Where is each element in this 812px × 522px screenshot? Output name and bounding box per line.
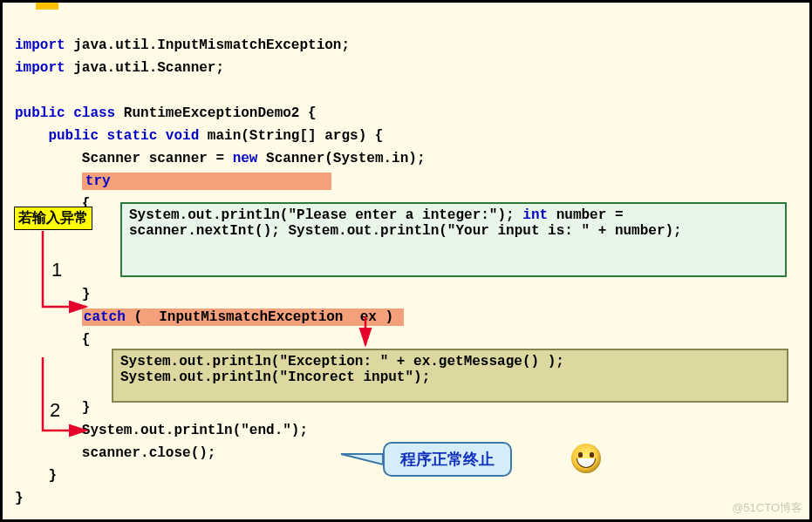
brace2o: { [15,332,90,348]
txt-mainrest: main(String[] args) { [199,128,383,144]
kw-import: import [15,60,65,76]
kw-try: try [82,173,331,190]
brace-class: } [15,491,24,506]
kw-maindecl: public static void [15,128,199,144]
kw-new: new [233,151,258,166]
txt-closeline: scanner.close(); [15,445,215,461]
kw-int: int [522,207,548,223]
txt-scanner-pre: Scanner scanner = [15,151,233,166]
top-strip [36,1,58,10]
txt-catch-rest: ( InputMismatchException ex ) [126,309,402,325]
smiley-icon [571,444,601,473]
try-body-box: System.out.println("Please enter a integ… [120,202,787,277]
brace1c: } [15,287,90,302]
callout-normal-exit: 程序正常终止 [383,442,512,477]
txt-classname: RuntimeExceptionDemo2 { [115,105,316,121]
kw-classdecl: public class [15,105,115,121]
txt-scanner-post: Scanner(System.in); [257,151,425,166]
indent-try [15,173,82,189]
catch-line1: System.out.println("Exception: " + ex.ge… [120,354,564,369]
indent-catch [15,309,82,325]
step-number-1: 1 [51,259,62,281]
tag-input-exception: 若输入异常 [14,207,92,230]
brace-main: } [15,468,57,484]
txt-import1: java.util.InputMismatchException; [65,37,350,53]
catch-body-box: System.out.println("Exception: " + ex.ge… [112,349,788,403]
kw-catch: catch [84,309,126,325]
try-line3: System.out.println("Your input is: " + n… [288,223,681,239]
kw-import: import [15,37,65,53]
txt-endline: System.out.println("end."); [15,423,308,438]
step-number-2: 2 [50,399,60,422]
code-figure: import java.util.InputMismatchException;… [0,0,812,522]
watermark: @51CTO博客 [732,500,802,516]
txt-import2: java.util.Scanner; [65,60,224,76]
try-line1: System.out.println("Please enter a integ… [129,207,515,223]
catch-line2: System.out.println("Incorect input"); [120,369,430,385]
